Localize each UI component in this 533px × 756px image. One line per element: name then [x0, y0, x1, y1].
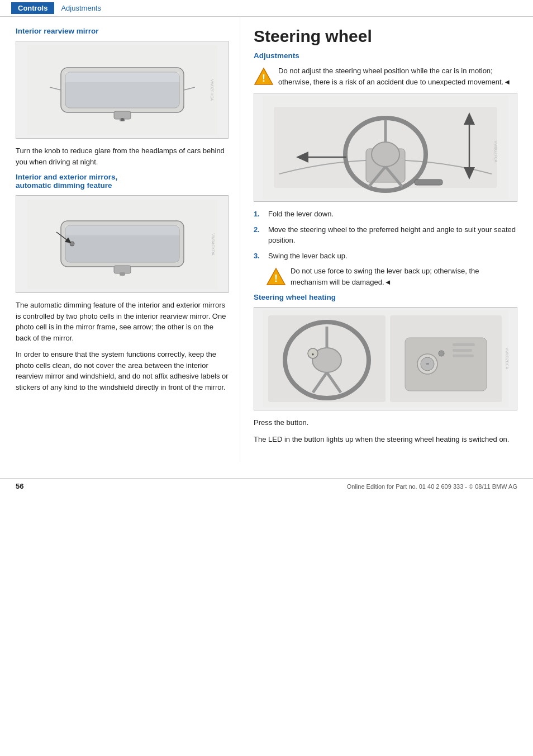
svg-point-6: [121, 118, 124, 121]
mirror-image-1: VW0ZFHCA: [16, 41, 229, 139]
copyright: Online Edition for Part no. 01 40 2 609 …: [347, 483, 517, 490]
svg-text:!: !: [262, 73, 265, 84]
svg-rect-56: [453, 355, 474, 357]
step-2-num: 2.: [254, 224, 266, 235]
section2-heading: Interior and exterior mirrors,automatic …: [16, 173, 229, 190]
svg-text:≈: ≈: [426, 361, 429, 367]
svg-rect-13: [65, 225, 179, 235]
mirror-image-2: VW0ACKDA: [16, 195, 229, 293]
step-3: 3. Swing the lever back up.: [254, 251, 517, 262]
svg-point-26: [372, 142, 399, 167]
section-interior-rearview: Interior rearview mirror: [16, 27, 229, 167]
svg-text:●: ●: [312, 352, 315, 357]
step-2-text: Move the steering wheel to the preferred…: [268, 224, 517, 246]
svg-rect-17: [114, 266, 131, 273]
svg-point-53: [439, 351, 444, 356]
svg-rect-3: [65, 72, 179, 82]
heating-body2: The LED in the button lights up when the…: [254, 434, 517, 445]
svg-rect-18: [120, 272, 125, 276]
steering-wheel-adjust-svg: VW0GZFCA: [263, 96, 508, 199]
svg-text:VW0ZFHCA: VW0ZFHCA: [210, 79, 214, 101]
heating-heading: Steering wheel heating: [254, 293, 517, 301]
warning-icon-2: !: [266, 267, 286, 287]
heating-svg: ● ≈ VW0BZBCA: [263, 310, 508, 408]
section1-heading: Interior rearview mirror: [16, 27, 229, 35]
steps-list: 1. Fold the lever down. 2. Move the stee…: [254, 209, 517, 261]
svg-text:!: !: [274, 273, 278, 284]
svg-text:VW0ACKDA: VW0ACKDA: [211, 233, 215, 256]
left-column: Interior rearview mirror: [0, 17, 240, 461]
steering-wheel-image: VW0GZFCA: [254, 93, 517, 202]
adjustments-warning-text: Do not adjust the steering wheel positio…: [278, 65, 517, 87]
tab-controls: Controls: [11, 2, 54, 14]
tab-adjustments: Adjustments: [54, 2, 108, 14]
mirror-diagram-svg: VW0ZFHCA: [27, 45, 217, 135]
svg-text:VW0GZFCA: VW0GZFCA: [494, 141, 498, 163]
svg-rect-4: [114, 111, 131, 119]
svg-rect-55: [453, 349, 472, 352]
right-column: Steering wheel Adjustments ! Do not adju…: [240, 17, 533, 461]
svg-point-14: [70, 242, 74, 246]
page-footer: 56 Online Edition for Part no. 01 40 2 6…: [0, 478, 533, 494]
section1-body: Turn the knob to reduce glare from the h…: [16, 145, 229, 167]
page-number: 56: [16, 482, 23, 490]
svg-text:VW0BZBCA: VW0BZBCA: [505, 348, 508, 370]
step-3-num: 3.: [254, 251, 266, 262]
svg-rect-30: [415, 179, 442, 185]
svg-rect-54: [453, 343, 475, 346]
section2-body2: In order to ensure that the system funct…: [16, 349, 229, 393]
steering-wheel-heating-image: ● ≈ VW0BZBCA: [254, 307, 517, 410]
step3-warning-text: Do not use force to swing the lever back…: [291, 266, 517, 287]
step-3-text: Swing the lever back up.: [268, 251, 348, 262]
step-2: 2. Move the steering wheel to the prefer…: [254, 224, 517, 246]
heating-body1: Press the button.: [254, 417, 517, 428]
step-1-num: 1.: [254, 209, 266, 220]
page-content: Interior rearview mirror: [0, 17, 533, 461]
step-1-text: Fold the lever down.: [268, 209, 334, 220]
adjustments-heading: Adjustments: [254, 51, 517, 60]
warning-icon-1: !: [254, 67, 274, 87]
adjustments-warning-box: ! Do not adjust the steering wheel posit…: [254, 65, 517, 87]
steering-wheel-heading: Steering wheel: [254, 27, 517, 46]
section-auto-dimming: Interior and exterior mirrors,automatic …: [16, 173, 229, 393]
step-1: 1. Fold the lever down.: [254, 209, 517, 220]
section2-body1: The automatic dimming feature of the int…: [16, 300, 229, 343]
page-header: Controls Adjustments: [0, 0, 533, 17]
step3-warning-box: ! Do not use force to swing the lever ba…: [266, 266, 517, 287]
mirror-dimming-svg: VW0ACKDA: [27, 200, 217, 289]
